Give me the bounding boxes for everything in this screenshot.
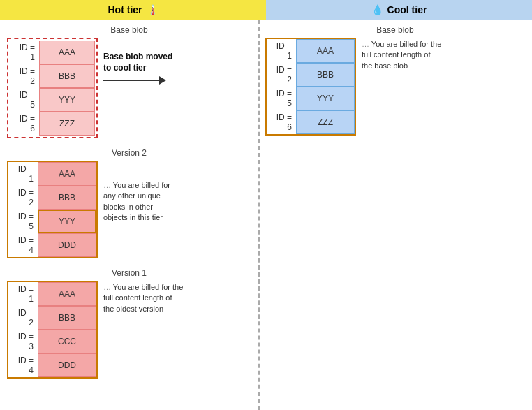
id-cell: ID = 4: [8, 233, 38, 257]
table-row: ID = 2 BBB: [8, 306, 96, 330]
table-row: ID = 2 BBB: [267, 63, 355, 87]
data-cell: BBB: [38, 186, 96, 210]
id-cell: ID = 4: [8, 353, 38, 377]
cool-base-blob-title: Base blob: [265, 25, 525, 35]
version1-table: ID = 1 AAA ID = 2 BBB ID = 3 CCC ID =: [8, 282, 96, 377]
data-cell: YYY: [39, 88, 95, 112]
id-cell: ID = 1: [267, 39, 296, 63]
id-cell: ID = 2: [8, 306, 38, 330]
table-row: ID = 5 YYY: [267, 87, 355, 110]
cool-base-blob-note: … You are billed for thefull content len…: [362, 38, 441, 71]
main-content: Base blob ID = 1 AAA ID = 2 BBB ID = 5: [0, 20, 532, 410]
table-row: ID = 2 BBB: [8, 186, 96, 210]
data-cell: BBB: [296, 63, 355, 87]
id-cell: ID = 5: [10, 88, 39, 112]
version2-table: ID = 1 AAA ID = 2 BBB ID = 5 YYY ID =: [8, 162, 96, 257]
id-cell: ID = 5: [267, 87, 296, 110]
id-cell: ID = 3: [8, 330, 38, 353]
data-cell: DDD: [38, 353, 96, 377]
data-cell: AAA: [38, 162, 96, 186]
base-blob-hot-table: ID = 1 AAA ID = 2 BBB ID = 5 YYY ID =: [10, 41, 95, 136]
version1-section: Version 1 ID = 1 AAA ID = 2 BBB ID = 3: [7, 268, 251, 379]
hot-tier-label: Hot tier 🌡️: [0, 0, 266, 20]
id-cell: ID = 2: [267, 63, 296, 87]
version2-table-wrapper: ID = 1 AAA ID = 2 BBB ID = 5 YYY ID =: [7, 161, 98, 258]
data-cell-highlight: YYY: [38, 210, 96, 233]
table-row: ID = 3 CCC: [8, 330, 96, 353]
table-row: ID = 5 YYY: [8, 210, 96, 233]
table-row: ID = 1 AAA: [267, 39, 355, 63]
data-cell: DDD: [38, 233, 96, 257]
table-row: ID = 1 AAA: [8, 282, 96, 306]
id-cell: ID = 1: [10, 41, 39, 64]
version1-table-wrapper: ID = 1 AAA ID = 2 BBB ID = 3 CCC ID =: [7, 281, 98, 379]
table-row: ID = 6 ZZZ: [10, 112, 95, 136]
id-cell: ID = 2: [8, 186, 38, 210]
data-cell: AAA: [38, 282, 96, 306]
cool-base-blob-table: ID = 1 AAA ID = 2 BBB ID = 5 YYY ID = 6 …: [267, 39, 355, 134]
version2-note: … You are billed forany other uniquebloc…: [103, 161, 170, 224]
table-row: ID = 4 DDD: [8, 353, 96, 377]
hot-side: Base blob ID = 1 AAA ID = 2 BBB ID = 5: [0, 20, 258, 410]
table-row: ID = 4 DDD: [8, 233, 96, 257]
id-cell: ID = 2: [10, 64, 39, 88]
base-blob-hot-section: Base blob ID = 1 AAA ID = 2 BBB ID = 5: [7, 25, 251, 138]
cool-base-blob-wrapper: ID = 1 AAA ID = 2 BBB ID = 5 YYY ID = 6 …: [265, 38, 356, 136]
move-label: Base blob movedto cool tier: [103, 52, 172, 73]
cool-icon: 💧: [371, 4, 383, 15]
base-blob-hot-table-wrapper: ID = 1 AAA ID = 2 BBB ID = 5 YYY ID =: [7, 38, 98, 138]
table-row: ID = 6 ZZZ: [267, 110, 355, 134]
id-cell: ID = 6: [10, 112, 39, 136]
id-cell: ID = 1: [8, 282, 38, 306]
data-cell: AAA: [39, 41, 95, 64]
table-row: ID = 1 AAA: [10, 41, 95, 64]
data-cell: YYY: [296, 87, 355, 110]
header: Hot tier 🌡️ 💧 Cool tier: [0, 0, 532, 20]
id-cell: ID = 6: [267, 110, 296, 134]
version1-note: … You are billed for thefull content len…: [103, 281, 183, 314]
data-cell: CCC: [38, 330, 96, 353]
table-row: ID = 1 AAA: [8, 162, 96, 186]
data-cell: ZZZ: [296, 110, 355, 134]
id-cell: ID = 5: [8, 210, 38, 233]
cool-tier-label: 💧 Cool tier: [266, 0, 532, 20]
version2-title: Version 2: [7, 148, 251, 158]
table-row: ID = 5 YYY: [10, 88, 95, 112]
version2-section: Version 2 ID = 1 AAA ID = 2 BBB ID = 5: [7, 148, 251, 258]
base-blob-hot-title: Base blob: [7, 25, 251, 35]
hot-icon: 🌡️: [147, 4, 158, 15]
arrow: [103, 76, 166, 85]
table-row: ID = 2 BBB: [10, 64, 95, 88]
data-cell: BBB: [39, 64, 95, 88]
data-cell: AAA: [296, 39, 355, 63]
id-cell: ID = 1: [8, 162, 38, 186]
version1-title: Version 1: [7, 268, 251, 278]
cool-side: Base blob ID = 1 AAA ID = 2 BBB ID = 5 Y…: [258, 20, 532, 410]
cool-tier-text: Cool tier: [387, 4, 427, 15]
data-cell: ZZZ: [39, 112, 95, 136]
data-cell: BBB: [38, 306, 96, 330]
hot-tier-text: Hot tier: [108, 4, 142, 15]
